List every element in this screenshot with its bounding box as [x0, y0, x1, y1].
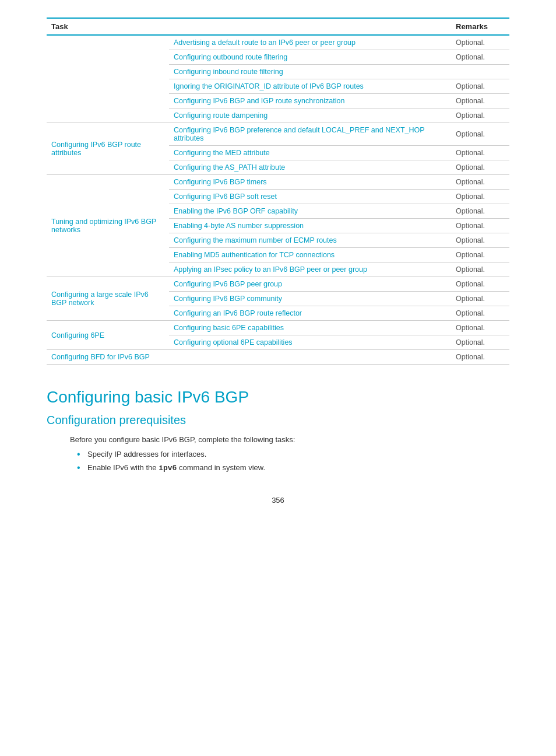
bullet-list: Specify IP addresses for interfaces. Ena… [47, 450, 509, 473]
task-table: Task Remarks Advertising a default route… [47, 18, 509, 365]
table-row: Configuring 6PEConfiguring basic 6PE cap… [47, 321, 509, 335]
section-title: Configuring basic IPv6 BGP [47, 388, 509, 407]
remarks-cell: Optional. [451, 248, 509, 262]
task-cell[interactable]: Configuring BFD for IPv6 BGP [47, 350, 169, 365]
remarks-cell: Optional. [451, 94, 509, 108]
remarks-cell: Optional. [451, 233, 509, 248]
remarks-cell: Optional. [451, 306, 509, 321]
task-cell[interactable]: Tuning and optimizing IPv6 BGP networks [47, 175, 169, 277]
description-cell[interactable]: Configuring basic 6PE capabilities [169, 321, 451, 335]
description-cell[interactable]: Configuring an IPv6 BGP route reflector [169, 306, 451, 321]
remarks-cell: Optional. [451, 277, 509, 292]
description-cell[interactable]: Configuring IPv6 BGP and IGP route synch… [169, 94, 451, 108]
description-cell[interactable]: Configuring IPv6 BGP preference and defa… [169, 123, 451, 146]
task-cell [47, 35, 169, 123]
description-cell[interactable]: Configuring IPv6 BGP community [169, 292, 451, 306]
description-cell[interactable]: Configuring the AS_PATH attribute [169, 160, 451, 175]
remarks-cell: Optional. [451, 146, 509, 160]
remarks-cell: Optional. [451, 160, 509, 175]
col-header-description [169, 18, 451, 35]
remarks-cell: Optional. [451, 35, 509, 50]
description-cell [169, 350, 451, 365]
description-cell[interactable]: Enabling MD5 authentication for TCP conn… [169, 248, 451, 262]
remarks-cell: Optional. [451, 190, 509, 204]
remarks-cell: Optional. [451, 79, 509, 94]
description-cell[interactable]: Configuring route dampening [169, 108, 451, 123]
remarks-cell: Optional. [451, 108, 509, 123]
description-cell[interactable]: Advertising a default route to an IPv6 p… [169, 35, 451, 50]
remarks-cell: Optional. [451, 204, 509, 219]
description-cell[interactable]: Applying an IPsec policy to an IPv6 BGP … [169, 262, 451, 277]
table-row: Configuring IPv6 BGP route attributesCon… [47, 123, 509, 146]
task-cell[interactable]: Configuring 6PE [47, 321, 169, 350]
remarks-cell: Optional. [451, 175, 509, 190]
task-cell[interactable]: Configuring IPv6 BGP route attributes [47, 123, 169, 175]
description-cell[interactable]: Configuring IPv6 BGP timers [169, 175, 451, 190]
description-cell[interactable]: Configuring IPv6 BGP soft reset [169, 190, 451, 204]
remarks-cell: Optional. [451, 123, 509, 146]
description-cell[interactable]: Configuring optional 6PE capabilities [169, 335, 451, 350]
remarks-cell: Optional. [451, 350, 509, 365]
table-row: Configuring BFD for IPv6 BGPOptional. [47, 350, 509, 365]
table-row: Configuring a large scale IPv6 BGP netwo… [47, 277, 509, 292]
bullet-item-2: Enable IPv6 with the ipv6 command in sys… [87, 463, 509, 473]
remarks-cell: Optional. [451, 219, 509, 233]
remarks-cell: Optional. [451, 321, 509, 335]
description-cell[interactable]: Enabling the IPv6 BGP ORF capability [169, 204, 451, 219]
body-text: Before you configure basic IPv6 BGP, com… [47, 435, 509, 444]
description-cell[interactable]: Configuring outbound route filtering [169, 50, 451, 65]
remarks-cell: Optional. [451, 50, 509, 65]
remarks-cell [451, 65, 509, 79]
remarks-cell: Optional. [451, 262, 509, 277]
bullet-item-1: Specify IP addresses for interfaces. [87, 450, 509, 459]
remarks-cell: Optional. [451, 335, 509, 350]
task-cell[interactable]: Configuring a large scale IPv6 BGP netwo… [47, 277, 169, 321]
description-cell[interactable]: Configuring the maximum number of ECMP r… [169, 233, 451, 248]
page-container: Task Remarks Advertising a default route… [0, 0, 556, 540]
col-header-remarks: Remarks [451, 18, 509, 35]
table-row: Advertising a default route to an IPv6 p… [47, 35, 509, 50]
description-cell[interactable]: Ignoring the ORIGINATOR_ID attribute of … [169, 79, 451, 94]
description-cell[interactable]: Enabling 4-byte AS number suppression [169, 219, 451, 233]
section-subtitle: Configuration prerequisites [47, 414, 509, 427]
description-cell[interactable]: Configuring inbound route filtering [169, 65, 451, 79]
description-cell[interactable]: Configuring IPv6 BGP peer group [169, 277, 451, 292]
remarks-cell: Optional. [451, 292, 509, 306]
table-row: Tuning and optimizing IPv6 BGP networksC… [47, 175, 509, 190]
page-number: 356 [47, 496, 509, 505]
description-cell[interactable]: Configuring the MED attribute [169, 146, 451, 160]
col-header-task: Task [47, 18, 169, 35]
